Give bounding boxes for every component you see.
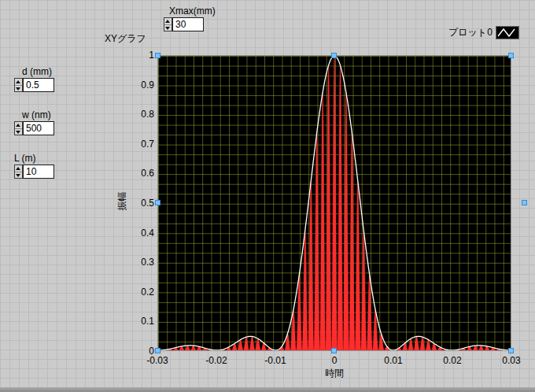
l-control xyxy=(14,165,54,179)
decrement-button[interactable] xyxy=(164,25,172,31)
x-tick-label: 0 xyxy=(332,355,338,366)
w-spinner xyxy=(14,121,23,135)
y-tick-label: 0.7 xyxy=(141,139,154,150)
increment-button[interactable] xyxy=(15,79,22,86)
x-tick-label: 0.02 xyxy=(443,355,461,366)
x-tick-label: -0.02 xyxy=(205,355,227,366)
y-axis-ticks: 10.90.80.70.60.50.40.30.20.10 xyxy=(131,55,154,351)
selection-handle-top-left[interactable] xyxy=(155,53,160,58)
decrement-button[interactable] xyxy=(15,129,22,135)
d-control xyxy=(14,78,54,92)
selection-handle-bottom-right[interactable] xyxy=(508,348,514,353)
x-axis-ticks: -0.03-0.02-0.0100.010.020.03 xyxy=(157,355,511,366)
legend-plot-label: プロット0 xyxy=(448,26,493,39)
x-tick-label: -0.03 xyxy=(146,355,168,366)
y-tick-label: 0.8 xyxy=(141,109,154,120)
fringe-area-path xyxy=(158,56,511,350)
plot-svg xyxy=(158,56,511,350)
selection-handle-mid-left[interactable] xyxy=(155,200,160,205)
l-spinner xyxy=(14,165,23,179)
legend-line-sample-icon[interactable] xyxy=(496,26,519,39)
l-label: L (m) xyxy=(14,153,36,164)
window-bottom-edge xyxy=(0,387,535,392)
y-tick-label: 0.4 xyxy=(141,227,154,239)
y-tick-label: 0.1 xyxy=(141,316,154,327)
x-tick-label: 0.03 xyxy=(502,355,520,366)
selection-handle-top-right[interactable] xyxy=(508,53,514,58)
d-spinner xyxy=(14,78,23,92)
x-axis-label: 時間 xyxy=(325,367,344,380)
selection-handle-bottom-left[interactable] xyxy=(155,348,160,353)
d-label: d (mm) xyxy=(22,66,52,77)
selection-handle-top-center[interactable] xyxy=(331,53,337,58)
xmax-spinner xyxy=(164,17,172,31)
decrement-button[interactable] xyxy=(15,172,22,179)
y-tick-label: 0.9 xyxy=(141,80,154,91)
w-label: w (nm) xyxy=(22,109,51,120)
increment-button[interactable] xyxy=(15,165,22,172)
increment-button[interactable] xyxy=(164,18,172,25)
y-tick-label: 0.3 xyxy=(141,257,154,268)
w-control xyxy=(14,121,54,135)
decrement-button[interactable] xyxy=(15,86,22,92)
y-axis-label: 振幅 xyxy=(116,192,129,211)
y-tick-label: 0.5 xyxy=(141,198,154,209)
y-tick-label: 0.6 xyxy=(141,168,154,179)
y-tick-label: 1 xyxy=(149,50,154,61)
plot-legend: プロット0 xyxy=(448,26,519,39)
xmax-control xyxy=(164,17,204,31)
y-tick-label: 0.2 xyxy=(141,287,154,298)
xmax-field[interactable] xyxy=(172,17,204,31)
selection-handle-bottom-center[interactable] xyxy=(331,348,337,353)
xy-graph-plot-area[interactable] xyxy=(157,55,511,351)
labview-front-panel: Xmax(mm) d (mm) w (nm) L (m) XYグラフ xyxy=(0,0,535,392)
x-tick-label: 0.01 xyxy=(384,355,402,366)
graph-title: XYグラフ xyxy=(105,32,146,46)
l-field[interactable] xyxy=(23,165,54,179)
d-field[interactable] xyxy=(23,78,54,92)
w-field[interactable] xyxy=(23,121,54,135)
xmax-label: Xmax(mm) xyxy=(169,6,216,17)
selection-handle-mid-right[interactable] xyxy=(522,200,527,205)
increment-button[interactable] xyxy=(15,122,22,129)
x-tick-label: -0.01 xyxy=(264,355,286,366)
